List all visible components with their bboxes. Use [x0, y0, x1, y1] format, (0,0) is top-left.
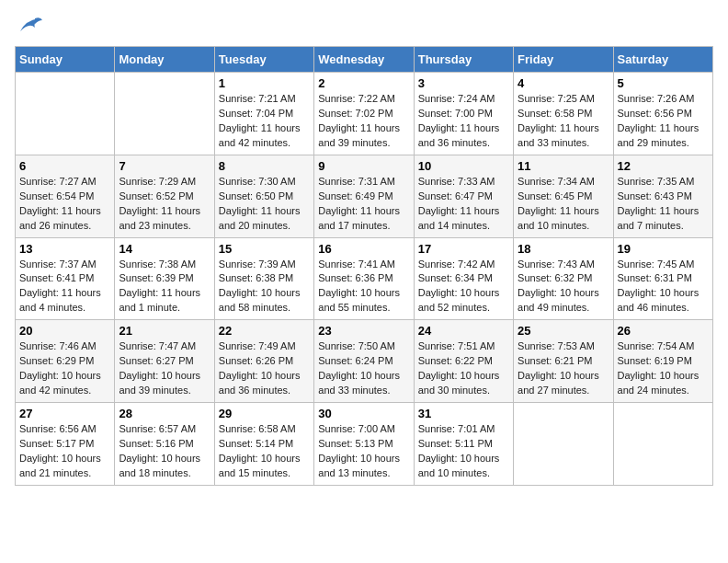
daylight-text: Daylight: 11 hours and 20 minutes. [219, 204, 310, 234]
sunset-text: Sunset: 6:36 PM [318, 271, 409, 286]
day-info: Sunrise: 7:27 AM Sunset: 6:54 PM Dayligh… [19, 175, 110, 234]
day-info: Sunrise: 7:29 AM Sunset: 6:52 PM Dayligh… [119, 175, 210, 234]
daylight-text: Daylight: 11 hours and 17 minutes. [318, 204, 409, 234]
calendar-cell: 4 Sunrise: 7:25 AM Sunset: 6:58 PM Dayli… [514, 73, 613, 155]
calendar-header-row: SundayMondayTuesdayWednesdayThursdayFrid… [16, 47, 713, 73]
sunrise-text: Sunrise: 7:35 AM [618, 175, 709, 190]
daylight-text: Daylight: 10 hours and 33 minutes. [318, 369, 409, 398]
day-number: 9 [318, 159, 409, 173]
daylight-text: Daylight: 11 hours and 14 minutes. [418, 204, 509, 234]
day-number: 24 [418, 324, 509, 338]
day-info: Sunrise: 7:54 AM Sunset: 6:19 PM Dayligh… [618, 339, 709, 398]
sunrise-text: Sunrise: 7:34 AM [518, 175, 609, 190]
sunset-text: Sunset: 6:32 PM [518, 271, 609, 286]
daylight-text: Daylight: 11 hours and 4 minutes. [19, 286, 110, 316]
day-info: Sunrise: 7:51 AM Sunset: 6:22 PM Dayligh… [418, 339, 509, 398]
day-number: 1 [219, 76, 310, 90]
sunrise-text: Sunrise: 7:50 AM [318, 339, 409, 354]
daylight-text: Daylight: 10 hours and 46 minutes. [618, 286, 709, 316]
day-info: Sunrise: 7:30 AM Sunset: 6:50 PM Dayligh… [219, 175, 310, 234]
sunrise-text: Sunrise: 7:45 AM [618, 258, 709, 272]
calendar-week-row: 27 Sunrise: 6:56 AM Sunset: 5:17 PM Dayl… [16, 403, 713, 486]
day-number: 5 [618, 76, 709, 90]
day-number: 12 [618, 159, 709, 173]
day-info: Sunrise: 7:26 AM Sunset: 6:56 PM Dayligh… [618, 92, 709, 151]
calendar-cell: 21 Sunrise: 7:47 AM Sunset: 6:27 PM Dayl… [115, 320, 214, 403]
calendar-cell: 2 Sunrise: 7:22 AM Sunset: 7:02 PM Dayli… [314, 73, 414, 155]
day-number: 3 [418, 76, 509, 90]
calendar-cell: 15 Sunrise: 7:39 AM Sunset: 6:38 PM Dayl… [214, 237, 313, 320]
sunset-text: Sunset: 6:41 PM [19, 271, 110, 286]
calendar-cell: 18 Sunrise: 7:43 AM Sunset: 6:32 PM Dayl… [514, 237, 613, 320]
calendar-cell: 6 Sunrise: 7:27 AM Sunset: 6:54 PM Dayli… [16, 155, 115, 237]
sunrise-text: Sunrise: 7:39 AM [219, 258, 310, 272]
sunrise-text: Sunrise: 7:37 AM [19, 258, 110, 272]
logo [15, 15, 42, 35]
day-number: 8 [219, 159, 310, 173]
calendar-cell: 7 Sunrise: 7:29 AM Sunset: 6:52 PM Dayli… [115, 155, 214, 237]
day-number: 11 [518, 159, 609, 173]
sunrise-text: Sunrise: 7:29 AM [119, 175, 210, 190]
sunset-text: Sunset: 6:45 PM [518, 190, 609, 204]
calendar-cell [613, 403, 712, 486]
day-number: 28 [119, 407, 210, 420]
column-header-monday: Monday [115, 47, 214, 73]
sunset-text: Sunset: 7:02 PM [318, 107, 409, 121]
sunset-text: Sunset: 7:04 PM [219, 107, 310, 121]
day-info: Sunrise: 7:41 AM Sunset: 6:36 PM Dayligh… [318, 258, 409, 316]
day-info: Sunrise: 7:38 AM Sunset: 6:39 PM Dayligh… [119, 258, 210, 316]
calendar-cell: 29 Sunrise: 6:58 AM Sunset: 5:14 PM Dayl… [214, 403, 313, 486]
calendar-week-row: 20 Sunrise: 7:46 AM Sunset: 6:29 PM Dayl… [16, 320, 713, 403]
day-info: Sunrise: 7:53 AM Sunset: 6:21 PM Dayligh… [518, 339, 609, 398]
sunrise-text: Sunrise: 6:56 AM [19, 422, 110, 437]
sunset-text: Sunset: 5:17 PM [19, 437, 110, 452]
sunrise-text: Sunrise: 7:53 AM [518, 339, 609, 354]
calendar-cell: 22 Sunrise: 7:49 AM Sunset: 6:26 PM Dayl… [214, 320, 313, 403]
sunrise-text: Sunrise: 7:38 AM [119, 258, 210, 272]
sunrise-text: Sunrise: 7:51 AM [418, 339, 509, 354]
day-number: 20 [19, 324, 110, 338]
day-number: 19 [618, 242, 709, 256]
sunrise-text: Sunrise: 7:42 AM [418, 258, 509, 272]
calendar-cell: 23 Sunrise: 7:50 AM Sunset: 6:24 PM Dayl… [314, 320, 414, 403]
day-number: 7 [119, 159, 210, 173]
sunset-text: Sunset: 6:22 PM [418, 354, 509, 369]
calendar-cell: 19 Sunrise: 7:45 AM Sunset: 6:31 PM Dayl… [613, 237, 712, 320]
column-header-wednesday: Wednesday [314, 47, 414, 73]
day-info: Sunrise: 7:00 AM Sunset: 5:13 PM Dayligh… [318, 422, 409, 481]
column-header-saturday: Saturday [613, 47, 712, 73]
day-number: 23 [318, 324, 409, 338]
daylight-text: Daylight: 11 hours and 10 minutes. [518, 204, 609, 234]
column-header-tuesday: Tuesday [214, 47, 313, 73]
sunset-text: Sunset: 6:34 PM [418, 271, 509, 286]
daylight-text: Daylight: 10 hours and 36 minutes. [219, 369, 310, 398]
calendar-cell: 10 Sunrise: 7:33 AM Sunset: 6:47 PM Dayl… [414, 155, 513, 237]
calendar-cell: 30 Sunrise: 7:00 AM Sunset: 5:13 PM Dayl… [314, 403, 414, 486]
day-info: Sunrise: 7:39 AM Sunset: 6:38 PM Dayligh… [219, 258, 310, 316]
sunset-text: Sunset: 6:52 PM [119, 190, 210, 204]
day-info: Sunrise: 7:24 AM Sunset: 7:00 PM Dayligh… [418, 92, 509, 151]
daylight-text: Daylight: 11 hours and 39 minutes. [318, 121, 409, 151]
daylight-text: Daylight: 11 hours and 7 minutes. [618, 204, 709, 234]
calendar-table: SundayMondayTuesdayWednesdayThursdayFrid… [15, 46, 713, 486]
calendar-cell: 17 Sunrise: 7:42 AM Sunset: 6:34 PM Dayl… [414, 237, 513, 320]
sunset-text: Sunset: 6:38 PM [219, 271, 310, 286]
sunset-text: Sunset: 6:21 PM [518, 354, 609, 369]
sunrise-text: Sunrise: 7:46 AM [19, 339, 110, 354]
calendar-cell: 12 Sunrise: 7:35 AM Sunset: 6:43 PM Dayl… [613, 155, 712, 237]
logo-bird-icon [17, 15, 42, 35]
day-info: Sunrise: 7:34 AM Sunset: 6:45 PM Dayligh… [518, 175, 609, 234]
day-info: Sunrise: 7:21 AM Sunset: 7:04 PM Dayligh… [219, 92, 310, 151]
day-info: Sunrise: 7:37 AM Sunset: 6:41 PM Dayligh… [19, 258, 110, 316]
daylight-text: Daylight: 10 hours and 15 minutes. [219, 452, 310, 481]
sunset-text: Sunset: 6:49 PM [318, 190, 409, 204]
daylight-text: Daylight: 11 hours and 26 minutes. [19, 204, 110, 234]
sunrise-text: Sunrise: 7:24 AM [418, 92, 509, 107]
sunrise-text: Sunrise: 7:25 AM [518, 92, 609, 107]
calendar-week-row: 1 Sunrise: 7:21 AM Sunset: 7:04 PM Dayli… [16, 73, 713, 155]
calendar-cell [16, 73, 115, 155]
sunset-text: Sunset: 5:14 PM [219, 437, 310, 452]
calendar-week-row: 13 Sunrise: 7:37 AM Sunset: 6:41 PM Dayl… [16, 237, 713, 320]
day-number: 29 [219, 407, 310, 420]
daylight-text: Daylight: 11 hours and 42 minutes. [219, 121, 310, 151]
